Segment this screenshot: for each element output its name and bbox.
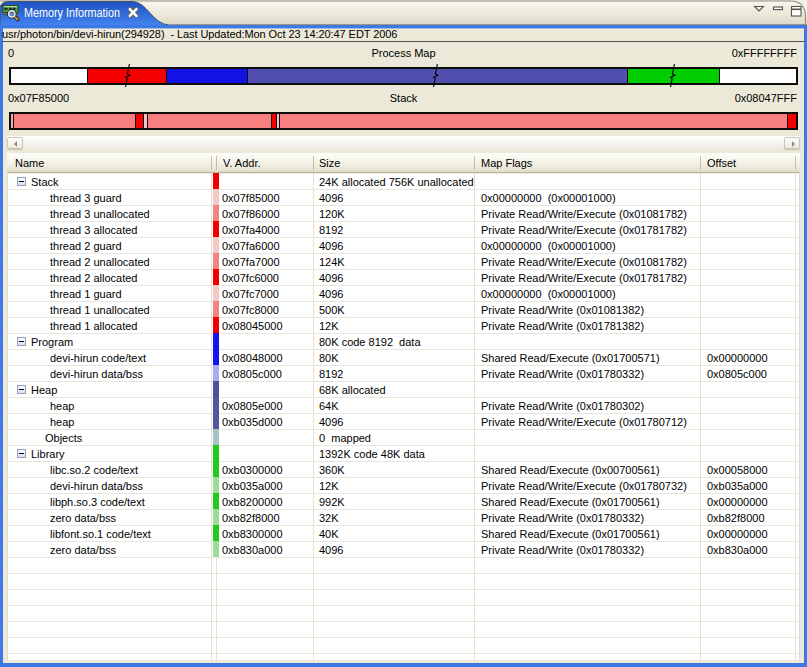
svg-text:Memory Information: Memory Information: [24, 6, 120, 20]
